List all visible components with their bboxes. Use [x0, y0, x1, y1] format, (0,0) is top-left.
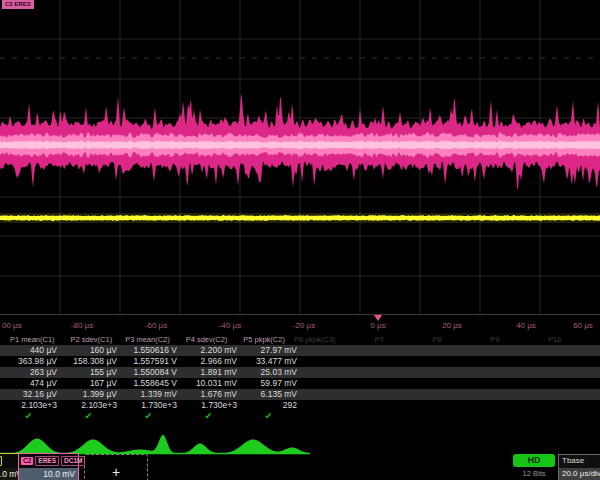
status-check-icon: ✔ [180, 411, 240, 422]
bit-depth-label: 12 Bits [513, 469, 555, 478]
measurement-value: 1.558645 V [120, 378, 180, 389]
measurement-row: 474 µV167 µV1.558645 V10.031 mV59.97 mV [0, 378, 600, 389]
channel-descriptor-bar: C1 DC1M 10.0 mV C2 ERES DC1M 10.0 mV + H… [0, 452, 600, 480]
measurement-row: 440 µV160 µV1.550616 V2.200 mV27.97 mV [0, 345, 600, 356]
c2-label: C2 [21, 457, 33, 465]
measurement-row: 2.103e+32.103e+31.730e+31.730e+3292 [0, 400, 600, 411]
time-axis-label: -60 µs [145, 321, 167, 330]
time-axis-label: -20 µs [293, 321, 315, 330]
oscilloscope-screen: C2 ERES 00 µs-80 µs-60 µs-40 µs-20 µs0 µ… [0, 0, 600, 480]
time-axis-label: 20 µs [442, 321, 462, 330]
trace-descriptor-badge[interactable]: C2 ERES [2, 0, 34, 9]
time-axis-label: 60 µs [573, 321, 593, 330]
timebase-value: 20.0 µs/div [559, 468, 600, 480]
measurement-value: 474 µV [0, 378, 60, 389]
measurement-row: 32.16 µV1.399 µV1.339 mV1.676 mV6.135 mV [0, 389, 600, 400]
measurement-value: 10.031 mV [180, 378, 240, 389]
param-header-p9[interactable]: P9 [484, 334, 542, 345]
measurement-value: 1.399 µV [60, 389, 120, 400]
param-header-p1[interactable]: P1 mean(C1) [0, 334, 58, 345]
time-axis: 00 µs-80 µs-60 µs-40 µs-20 µs0 µs20 µs40… [0, 315, 600, 334]
measurement-value: 59.97 mV [240, 378, 300, 389]
add-channel-button[interactable]: + [84, 454, 148, 480]
measurement-value: 158.308 µV [60, 356, 120, 367]
measurement-value: 2.103e+3 [60, 400, 120, 411]
channel-c2-box[interactable]: C2 ERES DC1M 10.0 mV [18, 453, 79, 480]
measurement-value: 1.339 mV [120, 389, 180, 400]
measurement-value: 1.550084 V [120, 367, 180, 378]
measurement-value: 25.03 mV [240, 367, 300, 378]
measurement-value: 2.966 mV [180, 356, 240, 367]
timebase-label: Tbase [559, 455, 600, 468]
measurement-value: 6.135 mV [240, 389, 300, 400]
param-header-p6[interactable]: P6 pkpk(C3) [288, 334, 369, 345]
measurement-table: P1 mean(C1)P2 sdev(C1)P3 mean(C2)P4 sdev… [0, 334, 600, 422]
measurement-value: 155 µV [60, 367, 120, 378]
param-header-p10[interactable]: P10 [542, 334, 600, 345]
param-header-p5[interactable]: P5 pkpk(C2) [230, 334, 288, 345]
status-check-icon: ✔ [0, 411, 60, 422]
measurement-value: 1.557591 V [120, 356, 180, 367]
time-axis-label: -80 µs [71, 321, 93, 330]
time-axis-label: 0 µs [370, 321, 385, 330]
waveform-grid[interactable]: C2 ERES [0, 0, 600, 316]
param-header-p4[interactable]: P4 sdev(C2) [173, 334, 231, 345]
time-axis-label: -40 µs [219, 321, 241, 330]
c2-noise-hot-core [0, 141, 600, 150]
c1-coupling-badge: DC1M [0, 456, 2, 466]
measurement-value: 32.16 µV [0, 389, 60, 400]
c2-coupling-badge: DC1M [61, 456, 85, 466]
measurement-value: 1.550616 V [120, 345, 180, 356]
status-check-icon: ✔ [120, 411, 180, 422]
measurement-value: 363.98 µV [0, 356, 60, 367]
c2-eres-badge: ERES [35, 456, 59, 466]
measurement-value: 1.676 mV [180, 389, 240, 400]
histogram-peaks [0, 435, 310, 454]
timebase-box[interactable]: Tbase 20.0 µs/div [558, 454, 600, 480]
param-header-p2[interactable]: P2 sdev(C1) [58, 334, 116, 345]
param-header-p7[interactable]: P7 [369, 334, 427, 345]
param-header-p3[interactable]: P3 mean(C2) [115, 334, 173, 345]
measurement-row: 263 µV155 µV1.550084 V1.891 mV25.03 mV [0, 367, 600, 378]
measurement-value: 292 [240, 400, 300, 411]
measurement-value: 2.200 mV [180, 345, 240, 356]
time-axis-label: 40 µs [516, 321, 536, 330]
measurement-value: 1.730e+3 [180, 400, 240, 411]
measurement-value: 1.891 mV [180, 367, 240, 378]
measurement-value: 1.730e+3 [120, 400, 180, 411]
measurement-value: 167 µV [60, 378, 120, 389]
waveform-display [0, 0, 600, 316]
measurement-value: 440 µV [0, 345, 60, 356]
measurement-value: 263 µV [0, 367, 60, 378]
c2-scale-value: 10.0 mV [19, 468, 78, 480]
measurement-value: 160 µV [60, 345, 120, 356]
param-header-p8[interactable]: P8 [427, 334, 485, 345]
measurement-value: 27.97 mV [240, 345, 300, 356]
measurement-value: 33.477 mV [240, 356, 300, 367]
measurement-row: 363.98 µV158.308 µV1.557591 V2.966 mV33.… [0, 356, 600, 367]
status-check-icon: ✔ [60, 411, 120, 422]
hd-mode-badge[interactable]: HD [513, 454, 555, 467]
time-axis-label: 00 µs [2, 321, 22, 330]
status-check-icon: ✔ [240, 411, 300, 422]
measurement-value: 2.103e+3 [0, 400, 60, 411]
